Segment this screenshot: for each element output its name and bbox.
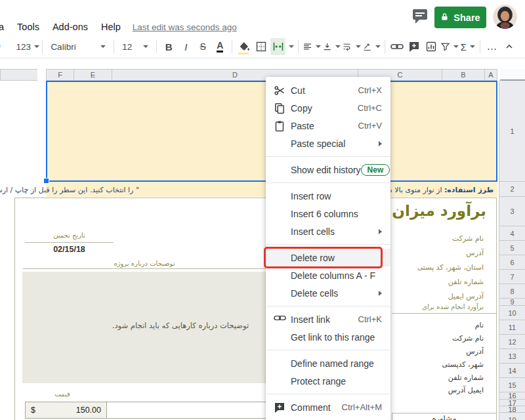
- price-amount: 150.00: [76, 406, 101, 415]
- row-header-13[interactable]: 13: [499, 349, 525, 364]
- menu-item-insert-row[interactable]: Insert row: [266, 187, 390, 205]
- functions-button[interactable]: Σ: [460, 38, 476, 55]
- column-header-A[interactable]: A: [484, 69, 497, 81]
- consult-row-top-border: [392, 413, 497, 413]
- borders-button[interactable]: [253, 38, 269, 55]
- menu-item-insert-6-columns[interactable]: Insert 6 columns: [266, 205, 390, 222]
- menu-divider: [266, 156, 390, 157]
- column-header-F[interactable]: F: [46, 69, 74, 81]
- company-email-label: آدرس ایمیل: [448, 292, 484, 301]
- number-format-button[interactable]: 123: [17, 38, 38, 55]
- toolbar: 0 123 Calibri 12 B I S A: [0, 35, 525, 58]
- row-header-5[interactable]: 5: [499, 241, 525, 255]
- chevron-down-icon: [356, 45, 361, 48]
- menu-item-define-named-range[interactable]: Define named range: [266, 354, 390, 372]
- consult-row-cell[interactable]: مشاوره: [392, 414, 497, 420]
- client-address-label: آدرس: [466, 347, 484, 356]
- horizontal-align-button[interactable]: [303, 38, 321, 55]
- row-header-8[interactable]: 8: [499, 284, 525, 299]
- price-cell[interactable]: $ 150.00: [25, 402, 107, 419]
- menu-item-label: Protect range: [291, 376, 346, 387]
- menu-item-get-link-to-this-range[interactable]: Get link to this range: [266, 328, 390, 346]
- comment-history-icon[interactable]: [411, 8, 429, 24]
- filter-button[interactable]: [440, 38, 459, 55]
- menu-item-comment[interactable]: CommentCtrl+Alt+M: [266, 398, 390, 416]
- row-header-9[interactable]: 9: [499, 299, 525, 306]
- date-underline: [25, 242, 114, 243]
- italic-button[interactable]: I: [178, 38, 194, 55]
- column-header-B[interactable]: B: [442, 69, 484, 81]
- menu-item-cut[interactable]: CutCtrl+X: [266, 81, 390, 99]
- chevron-down-icon: [470, 45, 475, 48]
- menu-item-show-edit-history[interactable]: Show edit historyNew: [266, 161, 390, 178]
- row-header-6[interactable]: 6: [499, 255, 525, 270]
- menu-item-help[interactable]: Help: [94, 22, 127, 32]
- bold-button[interactable]: B: [161, 38, 177, 55]
- row-header-7[interactable]: 7: [499, 270, 525, 284]
- font-family-select[interactable]: Calibri: [47, 38, 110, 55]
- select-all-corner[interactable]: [500, 69, 525, 81]
- insert-comment-button[interactable]: [406, 38, 422, 55]
- row-header-19[interactable]: 19: [499, 413, 525, 420]
- insert-chart-button[interactable]: [423, 38, 439, 55]
- menu-item-delete-columns-a-f[interactable]: Delete columns A - F: [266, 266, 390, 284]
- row-header-12[interactable]: 12: [499, 335, 525, 349]
- chevron-down-icon: [100, 45, 106, 48]
- font-size-select[interactable]: 12: [118, 38, 152, 55]
- currency-symbol: $: [31, 406, 35, 415]
- row-header-10[interactable]: 10: [499, 306, 525, 320]
- estimate-date-value[interactable]: 02/15/18: [25, 245, 114, 254]
- client-phone-label: شماره تلفن: [448, 373, 484, 382]
- text-rotation-button[interactable]: [362, 38, 381, 55]
- text-wrap-button[interactable]: [342, 38, 360, 55]
- strikethrough-button[interactable]: S: [195, 38, 211, 55]
- column-header-partial[interactable]: [0, 69, 37, 81]
- menu-item-tools[interactable]: Tools: [10, 22, 46, 32]
- account-avatar[interactable]: [493, 5, 517, 29]
- menu-item-paste-special[interactable]: Paste special: [266, 135, 390, 152]
- banner-text-left: " را انتخاب كنيد. اين سطر را قبل از چاپ …: [3, 186, 139, 194]
- vertical-align-button[interactable]: [322, 38, 341, 55]
- text-rotation-icon: [362, 41, 372, 52]
- row-header-1[interactable]: 1: [499, 81, 525, 182]
- menu-divider: [266, 306, 390, 306]
- no-icon: [274, 270, 285, 282]
- merge-cells-button[interactable]: [270, 38, 294, 55]
- fill-color-button[interactable]: [236, 38, 252, 55]
- row-header-2[interactable]: 2: [499, 182, 525, 197]
- column-header-E[interactable]: E: [74, 69, 112, 81]
- more-button[interactable]: …: [484, 38, 500, 55]
- row-header-4[interactable]: 4: [499, 226, 525, 241]
- scissors-icon: [274, 85, 285, 96]
- row-header-11[interactable]: 11: [499, 320, 525, 335]
- toolbar-divider: [114, 40, 114, 53]
- text-color-button[interactable]: A: [212, 38, 228, 55]
- menu-item-partial[interactable]: a: [0, 22, 10, 32]
- menu-item-label: Delete columns A - F: [291, 270, 375, 281]
- row-header-3[interactable]: 3: [499, 197, 525, 226]
- toolbar-divider: [480, 40, 480, 53]
- collapse-toolbar-button[interactable]: [501, 38, 517, 55]
- row-header-18[interactable]: 18: [499, 406, 525, 413]
- menu-item-insert-link[interactable]: Insert linkCtrl+K: [266, 310, 390, 328]
- row-header-15[interactable]: 15: [499, 378, 525, 392]
- chevron-down-icon: [34, 45, 39, 48]
- menu-item-delete-cells[interactable]: Delete cells: [266, 284, 390, 302]
- menu-item-protect-range[interactable]: Protect range: [266, 372, 390, 390]
- menu-item-insert-cells[interactable]: Insert cells: [266, 222, 390, 240]
- selection-fill-handle[interactable]: [43, 178, 49, 184]
- align-bottom-icon: [322, 41, 332, 52]
- increase-decimal-button[interactable]: 0: [0, 38, 16, 55]
- last-edit-link[interactable]: Last edit was seconds ago: [133, 22, 237, 32]
- chevron-down-icon: [289, 45, 294, 48]
- insert-link-button[interactable]: [389, 38, 405, 55]
- toolbar-divider: [298, 40, 299, 53]
- no-icon: [274, 358, 285, 369]
- menu-item-paste[interactable]: PasteCtrl+V: [266, 117, 390, 135]
- chevron-down-icon: [335, 45, 341, 48]
- menu-item-copy[interactable]: CopyCtrl+C: [266, 99, 390, 117]
- row-header-14[interactable]: 14: [499, 364, 525, 378]
- share-button[interactable]: Share: [434, 7, 486, 28]
- menu-item-addons[interactable]: Add-ons: [46, 22, 94, 32]
- menu-item-shortcut: Ctrl+X: [358, 85, 382, 95]
